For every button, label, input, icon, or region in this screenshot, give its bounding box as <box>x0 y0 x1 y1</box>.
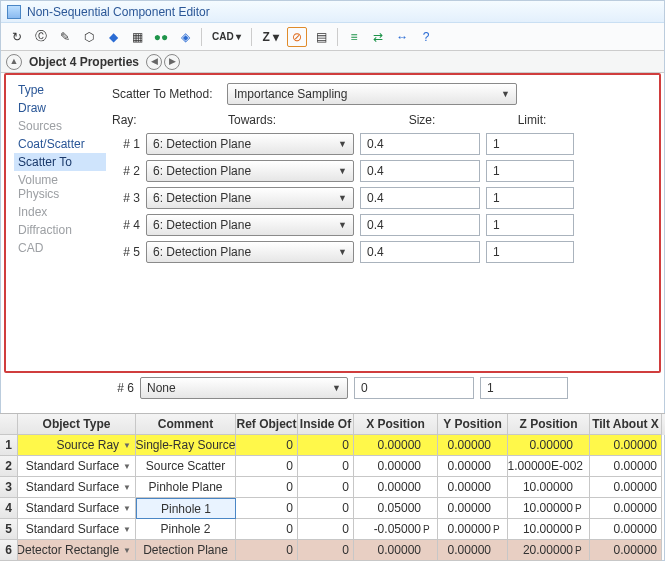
grid-row[interactable]: 2Standard Surface ▼Source Scatter000.000… <box>0 456 665 477</box>
swap-icon[interactable]: ⇄ <box>368 27 388 47</box>
ray-limit-input[interactable]: 1 <box>486 160 574 182</box>
cell-inside-of[interactable]: 0 <box>298 456 354 477</box>
row-header[interactable]: 4 <box>0 498 18 519</box>
grid-row[interactable]: 5Standard Surface ▼Pinhole 200-0.05000P0… <box>0 519 665 540</box>
cell-z-position[interactable]: 10.00000 <box>508 477 590 498</box>
ray-size-input[interactable]: 0.4 <box>360 133 480 155</box>
cell-comment[interactable]: Pinhole 1 <box>136 498 236 519</box>
grid-row[interactable]: 1Source Ray ▼Single-Ray Source000.000000… <box>0 435 665 456</box>
sidebar-item-index[interactable]: Index <box>14 203 106 221</box>
collapse-up-icon[interactable]: ▲ <box>6 54 22 70</box>
grid-row[interactable]: 6Detector Rectangle ▼Detection Plane000.… <box>0 540 665 561</box>
ray-limit-input[interactable]: 1 <box>486 241 574 263</box>
cell-inside-of[interactable]: 0 <box>298 519 354 540</box>
cell-comment[interactable]: Source Scatter <box>136 456 236 477</box>
col-object-type[interactable]: Object Type <box>18 414 136 435</box>
cell-y-position[interactable]: 0.00000 <box>438 435 508 456</box>
sidebar-item-scatter-to[interactable]: Scatter To <box>14 153 106 171</box>
cell-x-position[interactable]: 0.00000 <box>354 435 438 456</box>
ray-towards-dropdown[interactable]: 6: Detection Plane▼ <box>146 160 354 182</box>
ray-size-input[interactable]: 0.4 <box>360 160 480 182</box>
sidebar-item-cad[interactable]: CAD <box>14 239 106 257</box>
cube-blue-icon[interactable]: ◆ <box>103 27 123 47</box>
cell-ref-object[interactable]: 0 <box>236 456 298 477</box>
grid-row[interactable]: 3Standard Surface ▼Pinhole Plane000.0000… <box>0 477 665 498</box>
cell-object-type[interactable]: Standard Surface ▼ <box>18 498 136 519</box>
connect-icon[interactable]: ↔ <box>392 27 412 47</box>
next-object-icon[interactable]: ▶ <box>164 54 180 70</box>
cell-ref-object[interactable]: 0 <box>236 498 298 519</box>
row-header[interactable]: 1 <box>0 435 18 456</box>
cell-inside-of[interactable]: 0 <box>298 477 354 498</box>
cell-ref-object[interactable]: 0 <box>236 477 298 498</box>
cell-ref-object[interactable]: 0 <box>236 435 298 456</box>
sidebar-item-coat-scatter[interactable]: Coat/Scatter <box>14 135 106 153</box>
cell-y-position[interactable]: 0.00000 <box>438 540 508 561</box>
sidebar-item-volume-physics[interactable]: Volume Physics <box>14 171 106 203</box>
col-ref-object[interactable]: Ref Object <box>236 414 298 435</box>
cell-object-type[interactable]: Standard Surface ▼ <box>18 456 136 477</box>
cell-x-position[interactable]: 0.00000 <box>354 477 438 498</box>
link-icon[interactable]: ●● <box>151 27 171 47</box>
cell-x-position[interactable]: 0.05000 <box>354 498 438 519</box>
cell-y-position[interactable]: 0.00000 <box>438 498 508 519</box>
cell-ref-object[interactable]: 0 <box>236 519 298 540</box>
sidebar-item-type[interactable]: Type <box>14 81 106 99</box>
refresh-icon[interactable]: ↻ <box>7 27 27 47</box>
ray-size-input[interactable]: 0 <box>354 377 474 399</box>
cell-tilt-x[interactable]: 0.00000 <box>590 540 662 561</box>
col-tilt-about-x[interactable]: Tilt About X <box>590 414 662 435</box>
row-header[interactable]: 2 <box>0 456 18 477</box>
ray-limit-input[interactable]: 1 <box>486 133 574 155</box>
ray-size-input[interactable]: 0.4 <box>360 241 480 263</box>
cell-tilt-x[interactable]: 0.00000 <box>590 435 662 456</box>
help-icon[interactable]: ? <box>416 27 436 47</box>
col-y-position[interactable]: Y Position <box>438 414 508 435</box>
cell-tilt-x[interactable]: 0.00000 <box>590 519 662 540</box>
diamond-icon[interactable]: ◈ <box>175 27 195 47</box>
cell-x-position[interactable]: -0.05000P <box>354 519 438 540</box>
ray-towards-dropdown[interactable]: 6: Detection Plane▼ <box>146 241 354 263</box>
cell-z-position[interactable]: 0.00000 <box>508 435 590 456</box>
cell-y-position[interactable]: 0.00000 <box>438 477 508 498</box>
row-header[interactable]: 6 <box>0 540 18 561</box>
col-x-position[interactable]: X Position <box>354 414 438 435</box>
cell-tilt-x[interactable]: 0.00000 <box>590 456 662 477</box>
ray-limit-input[interactable]: 1 <box>486 187 574 209</box>
z-dropdown[interactable]: Z ▾ <box>258 27 283 47</box>
scatter-to-method-dropdown[interactable]: Importance Sampling ▼ <box>227 83 517 105</box>
hex-icon[interactable]: ⬡ <box>79 27 99 47</box>
cell-x-position[interactable]: 0.00000 <box>354 456 438 477</box>
cell-z-position[interactable]: 20.00000P <box>508 540 590 561</box>
wand-icon[interactable]: ✎ <box>55 27 75 47</box>
cell-inside-of[interactable]: 0 <box>298 540 354 561</box>
doc-icon[interactable]: ▤ <box>311 27 331 47</box>
cell-object-type[interactable]: Detector Rectangle ▼ <box>18 540 136 561</box>
grid-icon[interactable]: ▦ <box>127 27 147 47</box>
row-header[interactable]: 3 <box>0 477 18 498</box>
cell-z-position[interactable]: 1.00000E-002 <box>508 456 590 477</box>
ray-towards-dropdown[interactable]: 6: Detection Plane▼ <box>146 133 354 155</box>
cell-comment[interactable]: Pinhole Plane <box>136 477 236 498</box>
cell-z-position[interactable]: 10.00000P <box>508 498 590 519</box>
grid-row[interactable]: 4Standard Surface ▼Pinhole 1000.050000.0… <box>0 498 665 519</box>
cell-comment[interactable]: Single-Ray Source <box>136 435 236 456</box>
cell-tilt-x[interactable]: 0.00000 <box>590 477 662 498</box>
ray-size-input[interactable]: 0.4 <box>360 214 480 236</box>
sidebar-item-diffraction[interactable]: Diffraction <box>14 221 106 239</box>
cell-inside-of[interactable]: 0 <box>298 498 354 519</box>
cell-comment[interactable]: Detection Plane <box>136 540 236 561</box>
sidebar-item-sources[interactable]: Sources <box>14 117 106 135</box>
cell-z-position[interactable]: 10.00000P <box>508 519 590 540</box>
prev-object-icon[interactable]: ◀ <box>146 54 162 70</box>
ray-limit-input[interactable]: 1 <box>480 377 568 399</box>
cell-y-position[interactable]: 0.00000P <box>438 519 508 540</box>
row-header[interactable]: 5 <box>0 519 18 540</box>
col-z-position[interactable]: Z Position <box>508 414 590 435</box>
cell-x-position[interactable]: 0.00000 <box>354 540 438 561</box>
cell-comment[interactable]: Pinhole 2 <box>136 519 236 540</box>
sidebar-item-draw[interactable]: Draw <box>14 99 106 117</box>
cell-ref-object[interactable]: 0 <box>236 540 298 561</box>
cad-dropdown[interactable]: CAD ▾ <box>208 27 245 47</box>
ray-towards-dropdown[interactable]: 6: Detection Plane▼ <box>146 214 354 236</box>
